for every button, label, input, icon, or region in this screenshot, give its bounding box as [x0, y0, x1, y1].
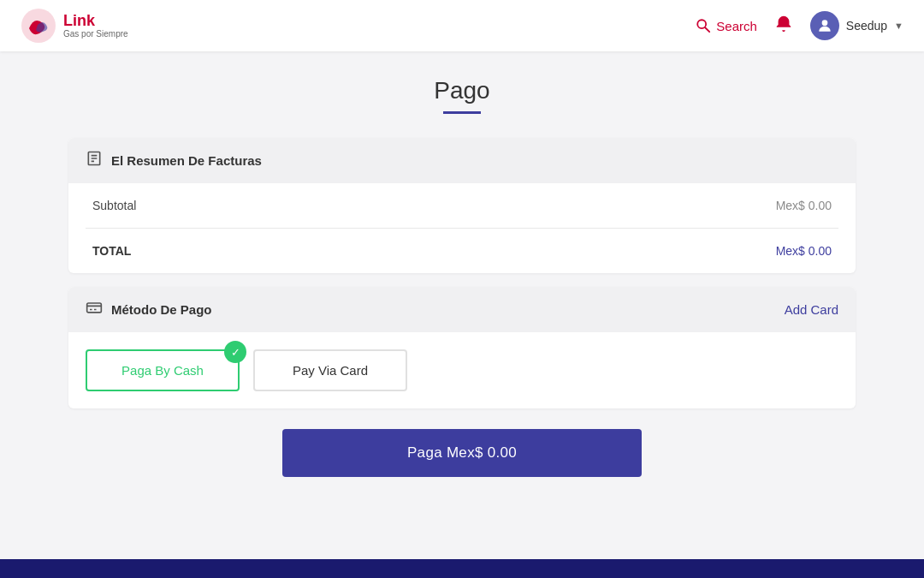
total-label: TOTAL — [92, 244, 131, 258]
pay-cash-label: Paga By Cash — [121, 363, 204, 378]
bottom-bar — [0, 559, 924, 578]
selected-check-icon: ✓ — [224, 341, 246, 363]
svg-line-2 — [706, 27, 710, 32]
chevron-down-icon: ▼ — [894, 21, 903, 31]
gaslink-logo-icon — [21, 8, 56, 44]
search-icon — [696, 18, 711, 33]
avatar — [810, 11, 839, 40]
user-icon — [816, 17, 833, 34]
invoice-section: El Resumen De Facturas Subtotal Mex$ 0.0… — [68, 138, 856, 273]
bell-icon — [774, 15, 793, 33]
pay-cash-option[interactable]: ✓ Paga By Cash — [86, 349, 240, 391]
logo-brand: Link — [63, 13, 128, 30]
svg-rect-8 — [87, 303, 102, 313]
main-content: Pago El Resumen De Facturas Subtotal — [0, 51, 924, 494]
navbar: Link Gas por Siempre Search — [0, 0, 924, 51]
payment-section-title: Método De Pago — [111, 302, 212, 317]
pay-button[interactable]: Paga Mex$ 0.00 — [282, 429, 642, 477]
add-card-button[interactable]: Add Card — [785, 302, 838, 317]
logo-area: Link Gas por Siempre — [21, 8, 128, 44]
page-title: Pago — [68, 77, 856, 104]
search-button[interactable]: Search — [696, 18, 757, 33]
logo-brand-red: Link — [63, 12, 95, 29]
subtotal-row: Subtotal Mex$ 0.00 — [86, 183, 838, 229]
payment-section-header: Método De Pago Add Card — [68, 287, 856, 332]
notifications-button[interactable] — [774, 15, 793, 38]
subtotal-value: Mex$ 0.00 — [776, 199, 832, 212]
invoice-section-title: El Resumen De Facturas — [111, 153, 262, 168]
pay-card-label: Pay Via Card — [293, 363, 368, 378]
payment-options: ✓ Paga By Cash Pay Via Card — [68, 332, 856, 408]
logo-text: Link Gas por Siempre — [63, 13, 128, 39]
payment-icon — [86, 299, 103, 320]
payment-section: Método De Pago Add Card ✓ Paga By Cash P… — [68, 287, 856, 408]
invoice-icon — [86, 150, 103, 171]
pay-card-option[interactable]: Pay Via Card — [253, 349, 407, 391]
logo-tagline: Gas por Siempre — [63, 29, 128, 39]
total-row: TOTAL Mex$ 0.00 — [86, 229, 838, 273]
user-name: Seedup — [846, 19, 887, 33]
invoice-section-header: El Resumen De Facturas — [68, 138, 856, 183]
svg-point-3 — [821, 20, 827, 26]
subtotal-label: Subtotal — [92, 199, 136, 212]
total-value: Mex$ 0.00 — [776, 244, 832, 258]
title-underline — [443, 111, 481, 114]
invoice-body: Subtotal Mex$ 0.00 TOTAL Mex$ 0.00 — [68, 183, 856, 273]
pay-button-container: Paga Mex$ 0.00 — [68, 429, 856, 477]
navbar-right: Search Seedup ▼ — [696, 11, 903, 40]
user-menu-button[interactable]: Seedup ▼ — [810, 11, 903, 40]
search-label: Search — [716, 19, 757, 33]
